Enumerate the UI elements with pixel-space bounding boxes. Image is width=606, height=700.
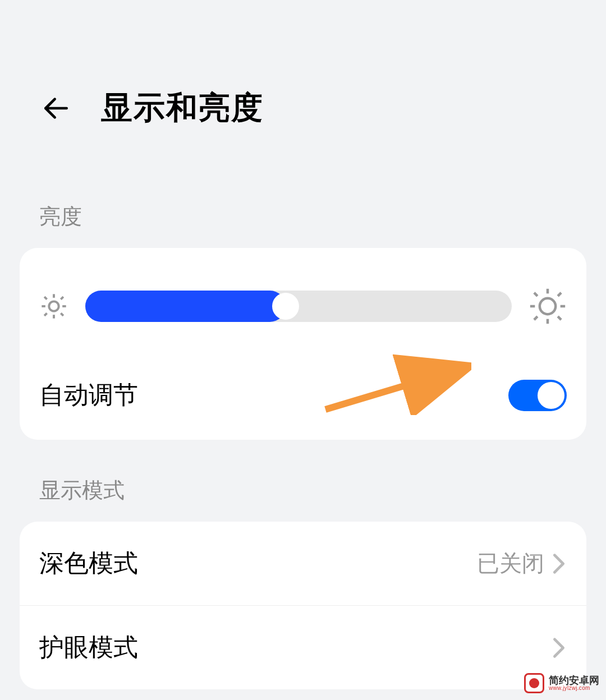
svg-line-17 <box>534 316 538 320</box>
svg-point-10 <box>540 298 556 314</box>
eye-comfort-label: 护眼模式 <box>39 631 138 664</box>
brightness-slider-fill <box>85 291 286 322</box>
brightness-slider-thumb[interactable] <box>272 293 299 320</box>
eye-comfort-row[interactable]: 护眼模式 <box>20 605 586 689</box>
watermark-name: 简约安卓网 <box>549 675 599 685</box>
sun-high-icon <box>529 287 567 325</box>
brightness-slider-row <box>20 248 586 356</box>
watermark-url: www.jylzwj.com <box>549 685 599 691</box>
page-title: 显示和亮度 <box>101 87 264 130</box>
sun-low-icon <box>39 292 68 321</box>
svg-line-13 <box>534 293 538 296</box>
dark-mode-row[interactable]: 深色模式 已关闭 <box>20 522 586 605</box>
auto-adjust-toggle[interactable] <box>508 380 567 411</box>
dark-mode-value: 已关闭 <box>477 548 544 579</box>
auto-adjust-row: 自动调节 <box>20 356 586 440</box>
chevron-right-icon <box>551 553 567 574</box>
watermark: 简约安卓网 www.jylzwj.com <box>524 673 599 693</box>
display-mode-card: 深色模式 已关闭 护眼模式 <box>20 522 586 689</box>
back-arrow-icon <box>40 93 72 124</box>
watermark-icon <box>524 673 544 693</box>
toggle-thumb <box>538 382 564 409</box>
svg-line-9 <box>61 297 63 300</box>
back-button[interactable] <box>39 91 73 125</box>
svg-line-8 <box>44 313 47 316</box>
svg-line-5 <box>61 313 63 316</box>
chevron-right-icon <box>551 637 567 658</box>
brightness-slider[interactable] <box>85 291 512 322</box>
svg-line-18 <box>558 293 561 296</box>
brightness-section-label: 亮度 <box>0 202 606 231</box>
auto-adjust-label: 自动调节 <box>39 379 138 412</box>
display-mode-section-label: 显示模式 <box>0 476 606 505</box>
svg-point-1 <box>49 301 58 311</box>
svg-line-4 <box>44 297 47 300</box>
brightness-card: 自动调节 <box>20 248 586 440</box>
dark-mode-label: 深色模式 <box>39 547 138 580</box>
svg-line-14 <box>558 316 561 320</box>
